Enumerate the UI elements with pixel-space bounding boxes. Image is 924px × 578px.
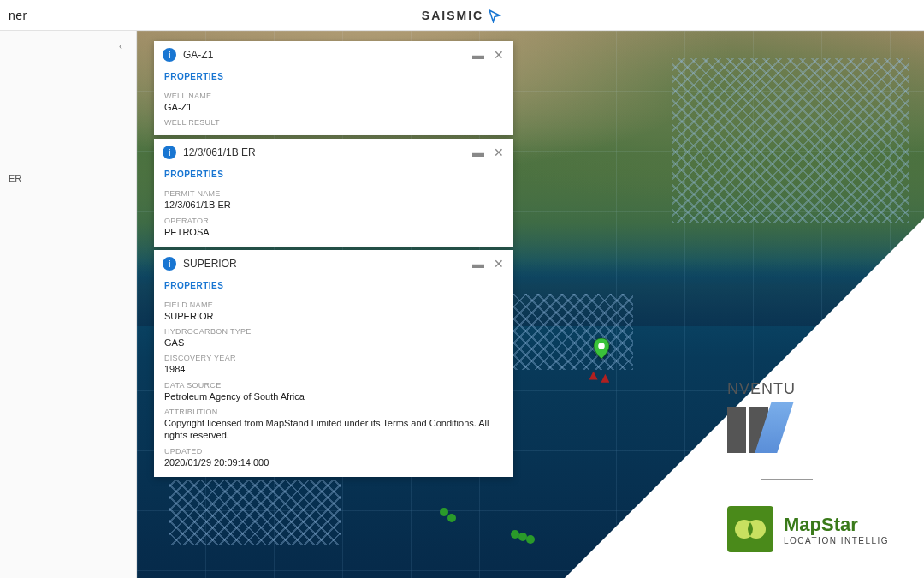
property-value: 1984 <box>164 363 503 375</box>
popup-title: GA-Z1 <box>183 49 465 61</box>
minimize-button[interactable]: ▬ <box>472 258 484 270</box>
header-left-text: ner <box>9 9 27 22</box>
map-field-marker[interactable] <box>526 535 535 544</box>
popup-body: PERMIT NAME 12/3/061/1B ER OPERATOR PETR… <box>154 189 513 247</box>
popup-header: i SUPERIOR ▬ ✕ <box>154 250 513 277</box>
minimize-button[interactable]: ▬ <box>472 49 484 61</box>
popup-title: SUPERIOR <box>183 258 465 270</box>
app-header: ner SAISMIC <box>0 0 924 31</box>
popup-section-label: PROPERTIES <box>154 166 513 184</box>
popup-section-label: PROPERTIES <box>154 69 513 86</box>
sidebar-collapse-button[interactable]: ‹ <box>112 38 129 55</box>
property-label: PERMIT NAME <box>164 189 503 198</box>
popup-section-label: PROPERTIES <box>154 277 513 295</box>
property-value: 2020/01/29 20:09:14.000 <box>164 456 503 468</box>
sidebar-fragment-text: ER <box>0 168 136 188</box>
close-button[interactable]: ✕ <box>493 146 505 158</box>
cursor-icon <box>487 8 502 23</box>
map-pin-marker[interactable] <box>594 338 609 359</box>
property-label: OPERATOR <box>164 217 503 225</box>
minimize-icon: ▬ <box>472 49 484 61</box>
property-value: Copyright licensed from MapStand Limited… <box>164 417 503 442</box>
brand-logo: SAISMIC <box>422 8 502 23</box>
minimize-button[interactable]: ▬ <box>472 146 484 158</box>
close-icon: ✕ <box>494 146 504 158</box>
info-icon: i <box>163 146 176 159</box>
map-hatch-block <box>672 58 909 223</box>
property-label: WELL RESULT <box>164 118 503 127</box>
info-icon: i <box>163 257 176 271</box>
left-sidebar: ‹ ER <box>0 31 137 578</box>
property-value: PETROSA <box>164 226 503 238</box>
property-label: HYDROCARBON TYPE <box>164 327 503 336</box>
property-label: WELL NAME <box>164 92 503 100</box>
svg-point-0 <box>598 343 605 350</box>
property-label: DISCOVERY YEAR <box>164 354 503 362</box>
chevron-left-icon: ‹ <box>119 40 122 52</box>
close-icon: ✕ <box>494 49 504 61</box>
minimize-icon: ▬ <box>472 258 484 270</box>
popup-header: i 12/3/061/1B ER ▬ ✕ <box>154 139 513 166</box>
property-label: UPDATED <box>164 447 503 456</box>
property-value: GA-Z1 <box>164 101 503 113</box>
info-icon: i <box>163 48 176 62</box>
map-hatch-block <box>169 480 341 545</box>
map-field-marker[interactable] <box>440 508 448 516</box>
info-popup: i SUPERIOR ▬ ✕ PROPERTIES FIELD NAME SUP… <box>154 250 513 477</box>
minimize-icon: ▬ <box>472 146 484 158</box>
property-value: SUPERIOR <box>164 310 503 322</box>
info-popup: i 12/3/061/1B ER ▬ ✕ PROPERTIES PERMIT N… <box>154 139 513 247</box>
property-label: FIELD NAME <box>164 301 503 309</box>
property-value: Petroleum Agency of South Africa <box>164 390 503 402</box>
popup-title: 12/3/061/1B ER <box>183 146 465 158</box>
popup-body: WELL NAME GA-Z1 WELL RESULT <box>154 92 513 135</box>
close-button[interactable]: ✕ <box>493 258 505 270</box>
brand-name: SAISMIC <box>422 9 483 22</box>
close-button[interactable]: ✕ <box>493 49 505 61</box>
property-value: GAS <box>164 337 503 349</box>
info-popup: i GA-Z1 ▬ ✕ PROPERTIES WELL NAME GA-Z1 W… <box>154 41 513 135</box>
property-label: DATA SOURCE <box>164 381 503 390</box>
popup-header: i GA-Z1 ▬ ✕ <box>154 41 513 69</box>
map-field-marker[interactable] <box>447 514 456 522</box>
close-icon: ✕ <box>494 258 504 270</box>
popup-body: FIELD NAME SUPERIOR HYDROCARBON TYPE GAS… <box>154 301 513 477</box>
property-value: 12/3/061/1B ER <box>164 199 503 211</box>
property-label: ATTRIBUTION <box>164 408 503 416</box>
info-popup-stack: i GA-Z1 ▬ ✕ PROPERTIES WELL NAME GA-Z1 W… <box>154 41 513 480</box>
